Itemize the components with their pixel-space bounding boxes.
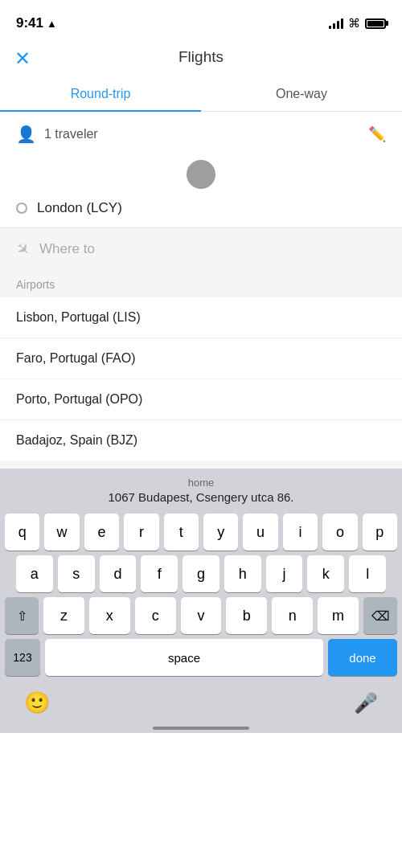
key-v[interactable]: v	[181, 597, 222, 634]
key-o[interactable]: o	[322, 514, 357, 551]
key-g[interactable]: g	[183, 555, 219, 592]
keyboard-row-4: 123 space done	[0, 634, 402, 682]
key-j[interactable]: j	[266, 555, 303, 592]
home-indicator	[0, 720, 402, 733]
done-key[interactable]: done	[328, 639, 397, 676]
autocomplete-label: home	[13, 477, 389, 489]
shift-key[interactable]: ⇧	[5, 597, 39, 634]
key-a[interactable]: a	[16, 555, 53, 592]
space-key[interactable]: space	[45, 639, 323, 676]
key-n[interactable]: n	[272, 597, 313, 634]
key-i[interactable]: i	[283, 514, 318, 551]
key-u[interactable]: u	[243, 514, 277, 551]
key-e[interactable]: e	[84, 514, 119, 551]
key-p[interactable]: p	[363, 514, 397, 551]
key-y[interactable]: y	[203, 514, 238, 551]
keyboard: q w e r t y u i o p a s d f g h j k l ⇧ …	[0, 509, 402, 733]
traveler-count: 1 traveler	[44, 127, 98, 141]
key-b[interactable]: b	[226, 597, 267, 634]
location-icon: ▲	[47, 18, 57, 30]
tabs: Round-trip One-way	[0, 77, 402, 112]
battery-icon	[365, 18, 386, 29]
status-time: 9:41	[16, 15, 43, 31]
autocomplete-bar[interactable]: home 1067 Budapest, Csengery utca 86.	[0, 469, 402, 509]
key-s[interactable]: s	[58, 555, 95, 592]
key-r[interactable]: r	[124, 514, 158, 551]
suggestion-item[interactable]: Badajoz, Spain (BJZ)	[0, 420, 402, 461]
traveler-row: 👤 1 traveler ✏️	[0, 112, 402, 157]
person-icon: 👤	[16, 125, 36, 144]
signal-icon	[329, 18, 343, 29]
suggestion-item[interactable]: Lisbon, Portugal (LIS)	[0, 297, 402, 338]
emoji-icon[interactable]: 🙂	[24, 690, 50, 715]
keyboard-row-1: q w e r t y u i o p	[0, 509, 402, 551]
status-icons: ⌘	[329, 16, 386, 31]
origin-dot	[16, 203, 27, 214]
from-field: London (LCY)	[0, 189, 402, 228]
key-m[interactable]: m	[318, 597, 359, 634]
status-bar: 9:41 ▲ ⌘	[0, 0, 402, 40]
close-button[interactable]: ✕	[14, 49, 31, 68]
tab-oneway[interactable]: One-way	[201, 77, 402, 111]
key-f[interactable]: f	[141, 555, 178, 592]
key-x[interactable]: x	[89, 597, 130, 634]
traveler-left: 👤 1 traveler	[16, 125, 98, 144]
plane-icon: ✈	[11, 238, 35, 261]
page-title: Flights	[178, 48, 224, 66]
keyboard-row-2: a s d f g h j k l	[0, 551, 402, 592]
tab-roundtrip[interactable]: Round-trip	[0, 77, 201, 111]
wifi-icon: ⌘	[348, 16, 360, 31]
to-field[interactable]: ✈	[0, 228, 402, 270]
suggestion-item[interactable]: Porto, Portugal (OPO)	[0, 379, 402, 420]
home-bar	[153, 727, 249, 730]
mic-icon[interactable]: 🎤	[354, 692, 378, 714]
keyboard-extras: 🙂 🎤	[0, 682, 402, 720]
key-l[interactable]: l	[349, 555, 386, 592]
key-t[interactable]: t	[164, 514, 199, 551]
numbers-key[interactable]: 123	[5, 639, 40, 676]
header: ✕ Flights	[0, 40, 402, 77]
edit-icon[interactable]: ✏️	[368, 125, 386, 143]
drag-area	[0, 157, 402, 189]
suggestion-item[interactable]: Faro, Portugal (FAO)	[0, 338, 402, 379]
destination-input[interactable]	[39, 241, 386, 257]
drag-handle[interactable]	[187, 160, 215, 189]
key-c[interactable]: c	[135, 597, 176, 634]
suggestions-header: Airports	[0, 270, 402, 297]
key-k[interactable]: k	[307, 555, 344, 592]
key-h[interactable]: h	[224, 555, 261, 592]
key-z[interactable]: z	[43, 597, 84, 634]
origin-value: London (LCY)	[37, 200, 122, 216]
delete-key[interactable]: ⌫	[363, 597, 397, 634]
key-w[interactable]: w	[44, 514, 79, 551]
suggestions-panel: Airports Lisbon, Portugal (LIS) Faro, Po…	[0, 270, 402, 469]
key-d[interactable]: d	[100, 555, 137, 592]
key-q[interactable]: q	[5, 514, 39, 551]
keyboard-row-3: ⇧ z x c v b n m ⌫	[0, 592, 402, 634]
autocomplete-value: 1067 Budapest, Csengery utca 86.	[13, 490, 389, 504]
